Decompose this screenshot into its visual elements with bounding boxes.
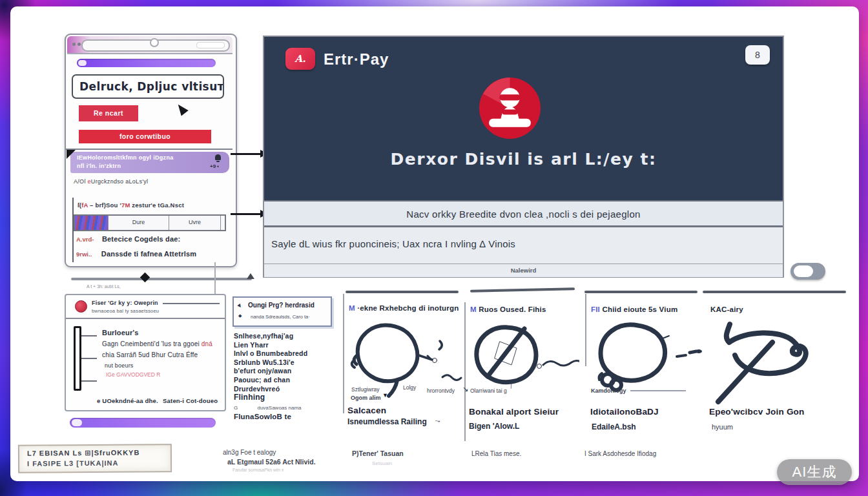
list-item: Drurdevhvreó	[234, 385, 337, 394]
list-item: Inlvl o Bnumbeabredd	[234, 349, 337, 358]
table-row: 9rwi.. Danssde ti fafnea Attetrlsm	[76, 247, 196, 259]
table-row: A.vrd- Betecice Cogdels dae:	[76, 232, 180, 244]
banner-text: nfl i'ln. in'zktrn	[77, 163, 121, 169]
brand-logo-icon: A.	[285, 48, 315, 70]
table-caption: ſ(fA – brf)Sou '7M zestur'e tGa.Nsct	[78, 202, 184, 209]
caption-post: zestur'e tGa.Nsct	[130, 202, 184, 209]
summary-line-pink: IGe GAVVODGVED R	[106, 371, 160, 378]
list-item: b'efurt onjy/awan	[234, 367, 337, 376]
column-sublabel: EdaileA.bsh	[592, 422, 636, 431]
list-item-final: FlunaSowloB te	[234, 413, 337, 422]
progress-bar-bottom	[70, 418, 216, 428]
connector-label: A t + 3h: aubt Ls,	[87, 284, 121, 289]
sketch-caption: Lolgy	[403, 384, 416, 391]
payment-app-panel: A. Ertr·Pay 8 Derxor Disvil is arl L:/ey…	[263, 36, 784, 278]
connector-vline	[214, 262, 216, 296]
restart-button[interactable]: Re ncart	[79, 105, 138, 121]
summary-line: chia Sarráñ 5ud Bhur Cutra Éffe	[102, 351, 198, 358]
column-label: Epeo'wcibcv Join Gon	[709, 407, 804, 417]
column-sublabel: Bigen 'Alow.L	[469, 422, 519, 431]
list-subnote: G duvaSawoas nama	[234, 405, 337, 411]
info-bar-secondary: Sayle dL wius fkr puoncineis; Uax ncra I…	[264, 227, 783, 264]
column-label: Salcacen	[347, 406, 386, 415]
title-accent: M	[470, 305, 477, 313]
footer-note: P)Tener' Tasuan	[352, 450, 404, 457]
summary-line: nut boeurs	[105, 362, 134, 369]
bracket-tick	[81, 335, 97, 336]
table-header-dure: Dure	[108, 216, 169, 230]
sketch-caption: Kamdoniogy	[591, 388, 626, 394]
sketch-caption: Olarriwani tai g	[470, 388, 507, 394]
card-title: Fiser 'Gr ky y: Oweprin	[92, 300, 158, 306]
panel-footer-button[interactable]: Nalewird	[264, 264, 783, 277]
steps-box-title: Oungi Prg? herdrasid	[248, 302, 315, 309]
footer-note-faint: Setsuain	[372, 460, 392, 466]
summary-text-red: dná	[202, 340, 212, 347]
main-canvas: Re ncart foro corwtibuo IEwHoloromslttkf…	[10, 6, 859, 481]
ai-generated-watermark-badge: AI生成	[777, 459, 852, 485]
address-bar[interactable]	[81, 39, 230, 52]
list-item: Paouuc; ad chan	[234, 376, 337, 385]
row-text: Betecice Cogdels dae:	[102, 235, 181, 243]
column-top-rule	[346, 291, 459, 293]
divider	[66, 149, 232, 150]
sketch-note-box: L7 EBISAN Ls ⊞|SfruOKKYB I FASIPE L3 [TU…	[18, 444, 172, 473]
card-footer-left: e UOekndné-aa dhe.	[97, 397, 158, 404]
toolbar-dot-icon	[72, 43, 76, 46]
summary-text: Gagn Cneimbenti'd 'lus tra ggoei	[102, 340, 202, 347]
list-item: Snlhese,nyfhaj'ag	[234, 332, 337, 341]
small-note: A/Ol eUrgckzndso aLoLs'yl	[74, 178, 148, 185]
caption-red: 7M	[121, 202, 130, 209]
continue-button[interactable]: foro corwtibuo	[79, 130, 211, 143]
title-text: KAC-airy	[710, 305, 743, 313]
bell-icon	[215, 154, 221, 160]
card-subtitle: bwnaoeoa bal ty sasaetssoeu	[92, 308, 159, 314]
brand-name: Ertr·Pay	[324, 50, 389, 68]
card-divider	[66, 318, 225, 319]
support-agent-icon	[479, 77, 541, 140]
arrow-down-icon: ▼	[382, 392, 388, 398]
column-divider	[343, 294, 344, 413]
record-dot-icon	[75, 300, 87, 313]
flow-arrow-right	[231, 213, 262, 215]
title-accent: FII	[591, 305, 600, 313]
list-bracket	[74, 326, 81, 391]
sketch-text: I FASIPE L3 [TUKA|INA	[27, 459, 119, 468]
panel-top-button[interactable]: 8	[745, 45, 770, 65]
diamond-bullet-icon: ◆	[238, 313, 242, 318]
sketch-caption: Ogom alim	[351, 395, 381, 401]
knotted-circle-sketch-icon	[586, 318, 709, 398]
title-text: Chiid eioute 5s Vium	[600, 305, 677, 313]
page-title: Derxor Disvil is arl L:/ey t:	[264, 150, 783, 169]
info-bar-primary: Nacv orkky Breedite dvon clea ,nocli s d…	[264, 200, 783, 227]
diagram-column-title: M ·ekne Rxhebchg di inoturgn	[349, 304, 459, 312]
footer-note: aln3g Foe t ealogy	[223, 449, 276, 456]
subnote-text: duvaSawoas nama	[257, 405, 301, 411]
notification-banner[interactable]: IEwHoloromslttkfmn ogyl iDgzna nfl i'ln.…	[70, 152, 229, 173]
caption-rule	[630, 390, 686, 391]
row-text-red: Attetrlsm	[164, 250, 196, 258]
column-top-rule	[584, 291, 698, 293]
search-input[interactable]	[72, 74, 224, 99]
steps-header-box: ▸ Oungi Prg? herdrasid ◆ nanda Sdreaulsd…	[232, 296, 332, 327]
diagram-column-title: FII Chiid eioute 5s Vium	[591, 305, 677, 313]
toolbar-dot-icon	[78, 43, 81, 46]
summary-card: Fiser 'Gr ky y: Oweprin bwnaoeoa bal ty …	[65, 294, 226, 411]
progress-bar-cap	[78, 60, 87, 66]
connector-line	[71, 278, 252, 280]
table-swatch-cell	[75, 216, 108, 230]
note-prefix: A/Ol	[74, 178, 86, 185]
title-text: ·ekne Rxhebchg di inoturgn	[355, 304, 459, 312]
list-item: Srblunb Wu5.13i'e	[234, 358, 337, 367]
row-key: A.vrd-	[76, 236, 94, 243]
flag-icon	[67, 150, 76, 159]
column-sublabel: hyuum	[712, 423, 733, 431]
address-bar-pill	[196, 42, 225, 48]
address-bar-notch-icon	[150, 38, 159, 47]
footer-note-faint: Farufar somosaPkn wtn x	[232, 468, 284, 472]
bracket-tick	[81, 380, 97, 382]
footer-note: I Sark Asdohesde Ifiodag	[584, 450, 656, 457]
diagram-column-title: M Ruos Oused. Fihis	[470, 305, 546, 313]
summary-line: Burloeur's	[102, 329, 139, 336]
toggle-switch[interactable]	[790, 263, 825, 280]
